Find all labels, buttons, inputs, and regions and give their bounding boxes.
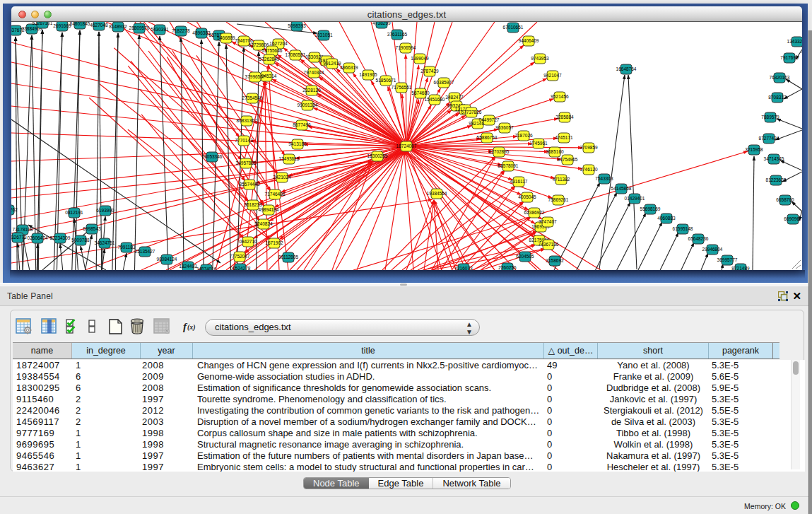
svg-text:27354549: 27354549 bbox=[242, 95, 263, 100]
svg-text:1824493: 1824493 bbox=[179, 264, 197, 269]
svg-text:5674680: 5674680 bbox=[411, 90, 430, 95]
svg-text:3518233: 3518233 bbox=[244, 202, 262, 207]
svg-text:4627048: 4627048 bbox=[90, 23, 108, 28]
svg-text:53755646: 53755646 bbox=[262, 48, 283, 53]
svg-text:4966319: 4966319 bbox=[340, 65, 358, 70]
svg-text:62702895: 62702895 bbox=[489, 149, 510, 154]
svg-text:71746488: 71746488 bbox=[265, 192, 286, 197]
svg-text:77752047: 77752047 bbox=[230, 254, 250, 259]
svg-text:4745171: 4745171 bbox=[555, 135, 573, 140]
svg-text:37631165: 37631165 bbox=[387, 32, 408, 37]
svg-text:71756551: 71756551 bbox=[392, 85, 412, 90]
svg-text:76320163: 76320163 bbox=[770, 75, 790, 80]
svg-text:6193990: 6193990 bbox=[96, 208, 114, 213]
svg-text:3387262: 3387262 bbox=[11, 207, 18, 212]
svg-text:6658760: 6658760 bbox=[776, 197, 794, 202]
svg-text:80831367: 80831367 bbox=[237, 118, 257, 123]
svg-text:81223623: 81223623 bbox=[766, 177, 787, 182]
svg-text:51850671: 51850671 bbox=[376, 78, 396, 83]
svg-text:1491905: 1491905 bbox=[359, 72, 377, 77]
svg-text:2421024: 2421024 bbox=[273, 175, 291, 180]
svg-text:5430391: 5430391 bbox=[151, 27, 169, 32]
svg-text:9413186: 9413186 bbox=[288, 141, 307, 146]
svg-text:9636057: 9636057 bbox=[495, 125, 514, 130]
svg-text:80112805: 80112805 bbox=[278, 255, 299, 259]
svg-text:65648236: 65648236 bbox=[688, 236, 709, 241]
svg-text:20053346: 20053346 bbox=[202, 154, 223, 159]
svg-text:1746120: 1746120 bbox=[579, 167, 598, 172]
svg-text:0842710: 0842710 bbox=[239, 239, 257, 244]
svg-text:7991183: 7991183 bbox=[118, 245, 136, 250]
svg-text:2260256: 2260256 bbox=[498, 265, 517, 270]
svg-text:55886753: 55886753 bbox=[477, 135, 498, 140]
svg-text:49894134: 49894134 bbox=[259, 207, 279, 212]
svg-text:25135427: 25135427 bbox=[135, 249, 155, 254]
svg-text:1399049: 1399049 bbox=[411, 56, 429, 61]
svg-text:81754965: 81754965 bbox=[558, 157, 578, 162]
svg-text:3215958: 3215958 bbox=[745, 147, 763, 152]
svg-text:29946804: 29946804 bbox=[702, 247, 723, 252]
svg-text:0812191: 0812191 bbox=[65, 210, 83, 215]
svg-text:1031051: 1031051 bbox=[314, 33, 333, 37]
svg-text:3285884: 3285884 bbox=[555, 115, 574, 119]
svg-text:9743953: 9743953 bbox=[531, 56, 549, 61]
svg-text:18300295: 18300295 bbox=[367, 153, 388, 158]
svg-text:13493618: 13493618 bbox=[279, 156, 300, 161]
svg-text:87277434: 87277434 bbox=[759, 136, 779, 141]
svg-text:7543303: 7543303 bbox=[595, 176, 613, 181]
svg-text:7770143: 7770143 bbox=[235, 138, 253, 143]
svg-text:4005045: 4005045 bbox=[518, 194, 536, 199]
svg-text:61595148: 61595148 bbox=[673, 226, 693, 231]
svg-text:94406409: 94406409 bbox=[519, 38, 539, 43]
svg-text:4896383: 4896383 bbox=[192, 30, 211, 35]
svg-text:3709859: 3709859 bbox=[579, 145, 598, 150]
svg-text:34624751: 34624751 bbox=[95, 240, 115, 245]
svg-text:8708317: 8708317 bbox=[768, 95, 787, 100]
svg-text:4711382: 4711382 bbox=[553, 177, 570, 182]
svg-text:9421047: 9421047 bbox=[543, 73, 562, 78]
svg-text:19384554: 19384554 bbox=[427, 191, 447, 196]
svg-text:7917693: 7917693 bbox=[780, 55, 799, 60]
svg-text:3482477: 3482477 bbox=[445, 95, 464, 100]
svg-text:7187026: 7187026 bbox=[514, 133, 533, 138]
svg-text:02606474: 02606474 bbox=[28, 235, 48, 240]
svg-text:57262849: 57262849 bbox=[259, 57, 280, 62]
svg-text:34714345: 34714345 bbox=[764, 156, 784, 161]
svg-text:17080531: 17080531 bbox=[286, 52, 306, 57]
svg-text:54145868: 54145868 bbox=[611, 186, 632, 191]
svg-text:4738299: 4738299 bbox=[372, 22, 391, 25]
svg-text:2787429: 2787429 bbox=[420, 69, 439, 74]
svg-text:7889579: 7889579 bbox=[761, 115, 779, 119]
svg-text:79740344: 79740344 bbox=[304, 70, 324, 75]
svg-text:86578091: 86578091 bbox=[498, 163, 519, 168]
svg-text:5009788: 5009788 bbox=[71, 238, 90, 243]
svg-text:84801845: 84801845 bbox=[70, 22, 90, 26]
svg-text:8148932: 8148932 bbox=[109, 24, 127, 29]
svg-text:3158692: 3158692 bbox=[546, 258, 564, 263]
svg-text:1326773: 1326773 bbox=[11, 235, 27, 240]
svg-text:98084124: 98084124 bbox=[157, 257, 177, 262]
svg-text:71906594: 71906594 bbox=[396, 45, 416, 50]
svg-text:04499727: 04499727 bbox=[479, 117, 500, 122]
svg-text:36995777: 36995777 bbox=[717, 257, 738, 262]
svg-text:6204505: 6204505 bbox=[516, 254, 534, 259]
svg-text:5098393: 5098393 bbox=[288, 23, 306, 28]
svg-text:13433200: 13433200 bbox=[787, 39, 802, 44]
svg-text:9521456: 9521456 bbox=[551, 94, 569, 99]
svg-text:85574443: 85574443 bbox=[240, 182, 260, 187]
svg-text:53287101: 53287101 bbox=[33, 22, 53, 25]
svg-text:1671902: 1671902 bbox=[265, 240, 283, 245]
svg-text:55698169: 55698169 bbox=[640, 206, 661, 211]
svg-text:37996507: 37996507 bbox=[245, 74, 266, 79]
svg-text:5466889: 5466889 bbox=[217, 35, 235, 40]
svg-text:28809570: 28809570 bbox=[129, 25, 150, 30]
svg-text:62729806: 62729806 bbox=[249, 42, 269, 47]
svg-text:3747407: 3747407 bbox=[539, 219, 557, 224]
svg-text:87234309: 87234309 bbox=[50, 235, 71, 240]
svg-text:7182278: 7182278 bbox=[172, 28, 190, 33]
svg-text:18724007: 18724007 bbox=[396, 144, 417, 148]
svg-text:67737826: 67737826 bbox=[461, 110, 482, 115]
svg-text:4060883: 4060883 bbox=[657, 216, 676, 221]
svg-text:6998543: 6998543 bbox=[83, 226, 101, 231]
svg-text:15451680: 15451680 bbox=[425, 97, 445, 102]
